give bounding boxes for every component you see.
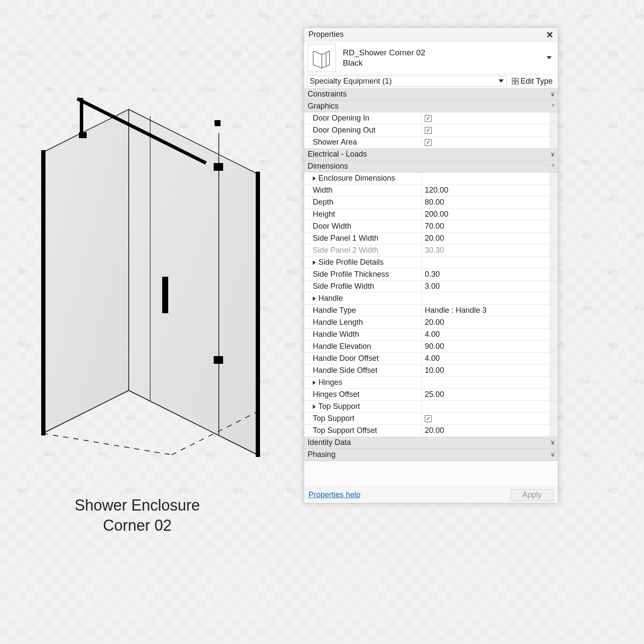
associate-button[interactable] — [550, 184, 558, 196]
param-value[interactable]: 120.00 — [422, 184, 550, 196]
group-graphics[interactable]: Graphics^ — [304, 100, 558, 112]
group-constraints[interactable]: Constraints¥ — [304, 88, 558, 100]
associate-button[interactable] — [550, 365, 558, 376]
associate-button[interactable] — [550, 257, 558, 268]
svg-rect-18 — [516, 82, 518, 84]
associate-button[interactable] — [550, 269, 558, 280]
associate-button[interactable] — [550, 377, 558, 388]
associate-button[interactable] — [550, 281, 558, 292]
apply-button[interactable]: Apply — [511, 489, 553, 501]
associate-button[interactable] — [550, 341, 558, 352]
edit-type-button[interactable]: Edit Type — [509, 76, 555, 87]
param-label: Side Profile Width — [304, 281, 422, 292]
group-dimensions[interactable]: Dimensions^ — [304, 160, 558, 172]
svg-marker-0 — [43, 109, 129, 433]
associate-button[interactable] — [550, 425, 558, 436]
param-value[interactable]: 20.00 — [422, 233, 550, 244]
param-value[interactable]: 4.00 — [422, 353, 550, 364]
param-label[interactable]: Handle — [304, 293, 422, 304]
associate-button[interactable] — [550, 293, 558, 304]
param-value[interactable]: 90.00 — [422, 341, 550, 352]
associate-button[interactable] — [550, 221, 558, 232]
associate-button[interactable] — [550, 172, 558, 184]
associate-button[interactable] — [550, 305, 558, 316]
param-value[interactable]: 20.00 — [422, 425, 550, 436]
param-label: Width — [304, 184, 422, 196]
param-row: Side Panel 2 Width30.30 — [304, 245, 558, 257]
param-label[interactable]: Hinges — [304, 377, 422, 388]
param-subheader: Handle — [304, 293, 558, 305]
svg-rect-8 — [79, 132, 87, 138]
param-value — [422, 401, 550, 412]
param-value[interactable]: 25.00 — [422, 389, 550, 400]
param-label: Shower Area — [304, 136, 422, 148]
associate-button[interactable] — [550, 124, 558, 136]
associate-button[interactable] — [550, 209, 558, 220]
preview-caption: Shower Enclosure Corner 02 — [51, 496, 223, 536]
param-subheader: Enclosure Dimensions — [304, 172, 558, 184]
associate-button[interactable] — [550, 413, 558, 424]
properties-help-link[interactable]: Properties help — [308, 490, 360, 499]
associate-button[interactable] — [550, 389, 558, 400]
param-value[interactable]: ✓ — [422, 136, 550, 148]
checkbox-icon[interactable]: ✓ — [425, 115, 432, 122]
param-value — [422, 172, 550, 184]
associate-button[interactable] — [550, 317, 558, 328]
param-value[interactable]: 30.30 — [422, 245, 550, 256]
group-electrical[interactable]: Electrical - Loads¥ — [304, 148, 558, 160]
close-icon[interactable]: ✕ — [544, 30, 555, 40]
svg-rect-15 — [512, 78, 515, 81]
param-value[interactable]: 200.00 — [422, 209, 550, 220]
family-name: RD_Shower Corner 02 — [343, 48, 544, 58]
param-label: Handle Type — [304, 305, 422, 316]
checkbox-icon[interactable]: ✓ — [425, 415, 432, 422]
param-value[interactable]: 0.30 — [422, 269, 550, 280]
param-value[interactable]: ✓ — [422, 413, 550, 424]
param-label: Top Support Offset — [304, 425, 422, 436]
checkbox-icon[interactable]: ✓ — [425, 127, 432, 134]
associate-button[interactable] — [550, 329, 558, 340]
param-label[interactable]: Enclosure Dimensions — [304, 172, 422, 184]
param-label[interactable]: Side Profile Details — [304, 257, 422, 268]
param-value — [422, 293, 550, 304]
associate-button[interactable] — [550, 136, 558, 148]
param-row: Side Profile Thickness0.30 — [304, 269, 558, 281]
associate-button[interactable] — [550, 245, 558, 256]
param-row: Door Width70.00 — [304, 221, 558, 233]
associate-button[interactable] — [550, 353, 558, 364]
param-row: Top Support Offset20.00 — [304, 425, 558, 437]
param-value[interactable]: 3.00 — [422, 281, 550, 292]
family-type-selector[interactable]: RD_Shower Corner 02 Black — [304, 42, 558, 74]
param-value[interactable]: 20.00 — [422, 317, 550, 328]
associate-button[interactable] — [550, 233, 558, 244]
param-value[interactable]: 70.00 — [422, 221, 550, 232]
family-type: Black — [343, 58, 544, 68]
param-value[interactable]: ✓ — [422, 112, 550, 124]
param-label[interactable]: Top Support — [304, 401, 422, 412]
param-value[interactable]: Handle : Handle 3 — [422, 305, 550, 316]
svg-rect-9 — [215, 120, 221, 126]
properties-panel: Properties ✕ RD_Shower Corner 02 Black S… — [304, 27, 558, 503]
edit-type-icon — [512, 78, 519, 85]
param-value[interactable]: ✓ — [422, 124, 550, 136]
param-value[interactable]: 10.00 — [422, 365, 550, 376]
family-thumbnail — [308, 44, 336, 72]
param-label: Height — [304, 209, 422, 220]
param-value[interactable]: 80.00 — [422, 197, 550, 208]
param-label: Handle Length — [304, 317, 422, 328]
param-label: Door Opening In — [304, 112, 422, 124]
associate-button[interactable] — [550, 112, 558, 124]
param-row: Handle TypeHandle : Handle 3 — [304, 305, 558, 317]
group-identity[interactable]: Identity Data¥ — [304, 437, 558, 449]
param-label: Side Profile Thickness — [304, 269, 422, 280]
svg-rect-2 — [41, 150, 45, 435]
param-value[interactable]: 4.00 — [422, 329, 550, 340]
category-selector[interactable]: Specialty Equipment (1) — [307, 76, 507, 87]
checkbox-icon[interactable]: ✓ — [425, 139, 432, 146]
group-phasing[interactable]: Phasing¥ — [304, 449, 558, 461]
param-row: Door Opening In✓ — [304, 112, 558, 124]
param-label: Handle Width — [304, 329, 422, 340]
associate-button[interactable] — [550, 401, 558, 412]
associate-button[interactable] — [550, 197, 558, 208]
param-row: Handle Elevation90.00 — [304, 341, 558, 353]
